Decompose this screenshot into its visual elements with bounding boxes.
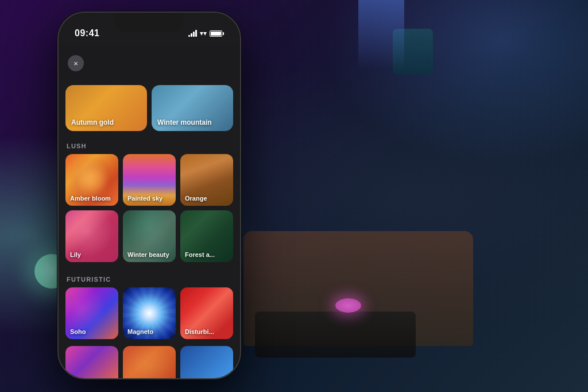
painted-sky-label: Painted sky	[127, 195, 163, 202]
room-bowl	[335, 298, 361, 313]
scene-card-lily[interactable]: Lily	[65, 210, 118, 262]
phone-screen: 09:41 ▾▾	[59, 13, 240, 378]
scene-card-disturbing[interactable]: Disturbi...	[180, 287, 233, 339]
bottom-partial-row	[59, 346, 240, 378]
status-time: 09:41	[75, 28, 99, 39]
futuristic-section-header: FUTURISTIC	[59, 269, 240, 287]
soho-label: Soho	[70, 328, 86, 335]
futuristic-grid: Soho Magneto Disturbi...	[59, 287, 240, 346]
scroll-area[interactable]: Autumn gold Winter mountain LUSH	[59, 46, 240, 378]
phone-frame: 09:41 ▾▾	[57, 11, 241, 379]
forest-label: Forest a...	[185, 251, 215, 258]
scene-card-winter-beauty[interactable]: Winter beauty	[123, 210, 176, 262]
bottom-card-2[interactable]	[123, 346, 176, 378]
scene-card-autumn-gold[interactable]: Autumn gold	[65, 85, 147, 131]
status-icons: ▾▾	[188, 29, 224, 37]
signal-bars-icon	[188, 30, 197, 37]
room-table	[255, 312, 416, 358]
signal-bar-3	[193, 32, 195, 37]
close-icon: ×	[74, 59, 78, 68]
room-lamp-glow	[358, 0, 404, 86]
scene-card-painted-sky[interactable]: Painted sky	[123, 154, 176, 206]
scene-card-forest[interactable]: Forest a...	[180, 210, 233, 262]
autumn-gold-label: Autumn gold	[71, 118, 114, 126]
scene-card-amber-bloom[interactable]: Amber bloom	[65, 154, 118, 206]
app-content: × Autumn gold Winter mountain	[59, 46, 240, 378]
winter-beauty-label: Winter beauty	[127, 251, 169, 258]
bottom-card-1[interactable]	[65, 346, 118, 378]
signal-bar-4	[195, 30, 197, 37]
signal-bar-2	[191, 33, 192, 37]
scene-card-orange[interactable]: Orange	[180, 154, 233, 206]
app-header: ×	[59, 46, 240, 80]
bottom-card-3[interactable]	[180, 346, 233, 378]
magneto-label: Magneto	[127, 328, 153, 335]
lush-section-header: LUSH	[59, 136, 240, 154]
battery-icon	[210, 30, 224, 37]
scene-card-winter-mountain[interactable]: Winter mountain	[152, 85, 233, 131]
phone-notch	[115, 13, 184, 32]
wifi-icon: ▾▾	[200, 29, 207, 37]
orange-label: Orange	[185, 195, 207, 202]
amber-bloom-label: Amber bloom	[70, 195, 111, 202]
scene-card-soho[interactable]: Soho	[65, 287, 118, 339]
signal-bar-1	[188, 35, 190, 37]
top-cards-row: Autumn gold Winter mountain	[59, 80, 240, 136]
phone-mockup: 09:41 ▾▾	[57, 11, 241, 379]
disturbing-label: Disturbi...	[185, 328, 214, 335]
close-button[interactable]: ×	[68, 55, 84, 71]
lush-grid: Amber bloom Painted sky Orange	[59, 154, 240, 269]
winter-mountain-label: Winter mountain	[157, 118, 212, 126]
scene-card-magneto[interactable]: Magneto	[123, 287, 176, 339]
lily-label: Lily	[70, 251, 81, 258]
